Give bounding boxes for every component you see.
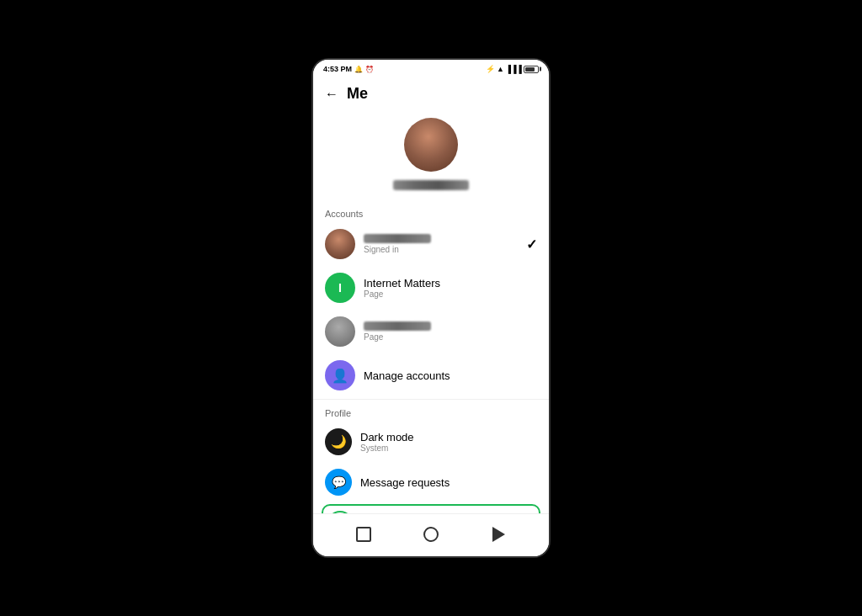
signed-in-check: ✓ <box>526 236 537 252</box>
nav-circle-button[interactable] <box>419 523 443 546</box>
blurred-page-avatar <box>325 316 355 347</box>
circle-icon <box>423 527 439 542</box>
triangle-icon <box>492 527 505 542</box>
battery-icon <box>524 66 539 73</box>
user-name-blurred <box>393 180 469 190</box>
blurred-page-info: Page <box>364 321 537 342</box>
status-bar: 4:53 PM 🔔 ⏰ ⚡ ▲ ▐▐▐ <box>313 60 549 77</box>
manage-accounts-item[interactable]: 👤 Manage accounts <box>313 353 549 397</box>
internet-matters-avatar: I <box>325 273 355 303</box>
manage-accounts-info: Manage accounts <box>364 369 537 382</box>
profile-section-label: Profile <box>313 401 549 422</box>
message-requests-label: Message requests <box>360 476 537 489</box>
header: ← Me <box>313 77 549 109</box>
bluetooth-icon: ⚡ <box>486 65 495 73</box>
dark-mode-icon: 🌙 <box>325 428 352 455</box>
blurred-page-sublabel: Page <box>364 332 537 342</box>
signed-in-avatar <box>325 229 355 259</box>
square-icon <box>356 527 371 542</box>
content-area: Accounts Signed in ✓ I Internet Matters … <box>313 109 549 513</box>
internet-matters-sublabel: Page <box>364 289 537 299</box>
bottom-nav <box>313 513 549 556</box>
page-title: Me <box>347 85 368 103</box>
internet-matters-info: Internet Matters Page <box>364 277 537 299</box>
internet-matters-name: Internet Matters <box>364 277 537 289</box>
active-status-item[interactable]: Active Status On <box>322 504 540 513</box>
phone-frame: 4:53 PM 🔔 ⏰ ⚡ ▲ ▐▐▐ ← Me Accounts <box>313 60 549 556</box>
profile-section: Profile 🌙 Dark mode System 💬 Message req… <box>313 401 549 513</box>
moon-icon: 🌙 <box>331 434 347 449</box>
account-item-blurred-page[interactable]: Page <box>313 310 549 353</box>
accounts-section-label: Accounts <box>313 202 549 222</box>
account-item-internet-matters[interactable]: I Internet Matters Page <box>313 266 549 310</box>
dark-mode-sublabel: System <box>360 443 537 453</box>
manage-accounts-icon: 👤 <box>325 360 355 390</box>
nav-back-button[interactable] <box>487 523 510 546</box>
status-left: 4:53 PM 🔔 ⏰ <box>323 65 374 73</box>
nav-square-button[interactable] <box>352 523 375 546</box>
wifi-icon: ▲ <box>497 65 504 73</box>
signed-in-info: Signed in <box>364 234 518 254</box>
signed-in-name-blurred <box>364 234 431 243</box>
clock-icon: ⏰ <box>365 66 374 73</box>
status-right: ⚡ ▲ ▐▐▐ <box>486 65 539 73</box>
message-requests-info: Message requests <box>360 476 537 489</box>
divider <box>313 399 549 400</box>
time-display: 4:53 PM <box>323 65 352 73</box>
avatar[interactable] <box>404 118 458 172</box>
dark-mode-info: Dark mode System <box>360 431 537 453</box>
dark-mode-label: Dark mode <box>360 431 537 443</box>
message-requests-item[interactable]: 💬 Message requests <box>313 462 549 502</box>
blurred-page-name <box>364 321 431 331</box>
signal-icon: ▐▐▐ <box>506 65 522 73</box>
message-requests-icon: 💬 <box>325 469 352 496</box>
signed-in-sublabel: Signed in <box>364 245 518 254</box>
person-manage-icon: 👤 <box>332 368 349 384</box>
internet-matters-letter: I <box>338 281 342 295</box>
manage-accounts-label: Manage accounts <box>364 369 537 382</box>
alarm-icon: 🔔 <box>354 66 363 73</box>
back-button[interactable]: ← <box>325 87 338 102</box>
dark-mode-item[interactable]: 🌙 Dark mode System <box>313 422 549 462</box>
avatar-section <box>313 109 549 202</box>
accounts-section: Accounts Signed in ✓ I Internet Matters … <box>313 202 549 397</box>
account-item-signed-in[interactable]: Signed in ✓ <box>313 222 549 266</box>
message-icon: 💬 <box>332 475 346 489</box>
